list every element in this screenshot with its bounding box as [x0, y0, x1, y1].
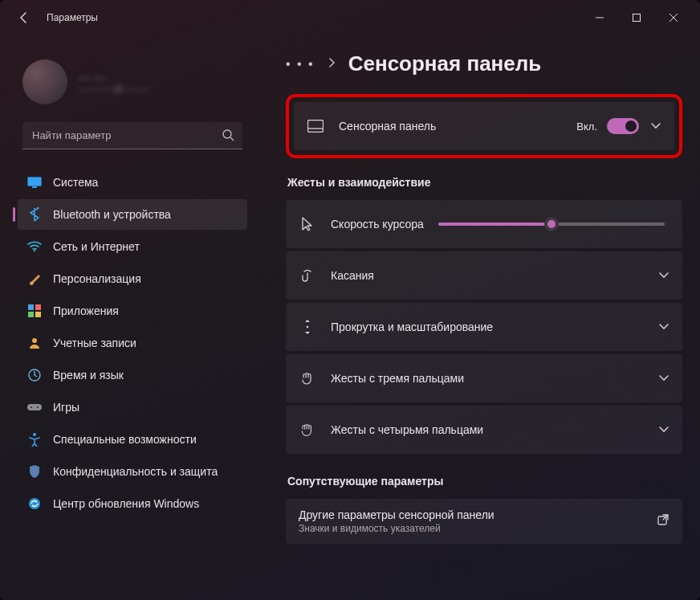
tile-four-finger[interactable]: Жесты с четырьмя пальцами	[286, 406, 682, 454]
tile-scroll-zoom[interactable]: Прокрутка и масштабирование	[286, 303, 682, 351]
chevron-down-icon	[658, 371, 669, 386]
settings-window: Параметры — — ————@———	[0, 0, 700, 600]
tile-label: Жесты с тремя пальцами	[331, 372, 464, 385]
brush-icon	[27, 271, 42, 286]
sidebar-item-gaming[interactable]: Игры	[18, 392, 247, 422]
minimize-button[interactable]	[581, 5, 618, 31]
search-input[interactable]	[22, 122, 242, 149]
open-external-icon	[657, 513, 669, 529]
tile-cursor-speed[interactable]: Скорость курсора	[286, 200, 682, 248]
chevron-down-icon	[650, 119, 661, 133]
slider-track	[438, 222, 665, 226]
tile-three-finger[interactable]: Жесты с тремя пальцами	[286, 354, 682, 402]
sidebar-item-apps[interactable]: Приложения	[18, 296, 247, 326]
related-title: Другие параметры сенсорной панели	[299, 508, 494, 521]
svg-point-14	[31, 406, 32, 408]
sidebar-item-label: Учетные записи	[53, 337, 136, 349]
svg-rect-7	[28, 304, 34, 310]
chevron-down-icon	[658, 422, 669, 437]
svg-point-6	[34, 250, 35, 251]
sidebar-item-label: Специальные возможности	[53, 433, 197, 446]
monitor-icon	[27, 175, 42, 190]
sidebar-item-label: Приложения	[53, 304, 119, 317]
bluetooth-icon	[27, 207, 42, 222]
sidebar-item-label: Конфиденциальность и защита	[53, 465, 218, 478]
nav-list: Система Bluetooth и устройства Сеть и Ин…	[18, 167, 247, 519]
sidebar-item-bluetooth-devices[interactable]: Bluetooth и устройства	[18, 199, 247, 230]
svg-rect-5	[32, 186, 37, 188]
related-subtitle: Значки и видимость указателей	[299, 523, 494, 534]
section-title-gestures: Жесты и взаимодействие	[287, 176, 682, 189]
section-title-related: Сопутствующие параметры	[287, 475, 682, 488]
back-button[interactable]	[13, 6, 35, 29]
tap-icon	[299, 268, 316, 283]
breadcrumb: • • • Сенсорная панель	[286, 51, 682, 76]
svg-point-2	[223, 130, 231, 138]
close-button[interactable]	[655, 5, 692, 31]
user-account-row[interactable]: — — ————@———	[22, 59, 242, 104]
sidebar-item-label: Игры	[53, 401, 79, 414]
main-panel: • • • Сенсорная панель Сенсорная панель …	[257, 35, 700, 600]
svg-line-3	[230, 137, 234, 141]
sidebar-item-network[interactable]: Сеть и Интернет	[18, 231, 247, 262]
gesture-tiles-group: Скорость курсора Касания	[286, 200, 682, 454]
scroll-icon	[299, 319, 316, 335]
user-email: ————@———	[79, 84, 149, 93]
sidebar-item-label: Центр обновления Windows	[53, 497, 199, 510]
minimize-icon	[595, 13, 604, 22]
cursor-speed-slider[interactable]	[438, 222, 665, 226]
svg-point-11	[32, 338, 37, 343]
avatar	[22, 59, 67, 104]
close-icon	[669, 13, 678, 22]
search-wrap	[22, 122, 242, 149]
svg-rect-13	[27, 404, 42, 410]
toggle-state-label: Вкл.	[576, 120, 597, 133]
sidebar-item-label: Bluetooth и устройства	[53, 208, 171, 221]
sidebar-item-windows-update[interactable]: Центр обновления Windows	[18, 488, 247, 519]
touchpad-toggle[interactable]	[607, 118, 639, 134]
update-icon	[27, 496, 42, 511]
maximize-icon	[632, 13, 641, 22]
tile-label: Сенсорная панель	[339, 120, 436, 133]
apps-icon	[27, 304, 42, 318]
sidebar-item-personalization[interactable]: Персонализация	[18, 263, 247, 294]
page-title: Сенсорная панель	[348, 51, 542, 76]
tile-taps[interactable]: Касания	[286, 251, 682, 300]
svg-point-17	[29, 498, 40, 509]
arrow-left-icon	[18, 11, 31, 24]
svg-point-15	[37, 406, 39, 408]
svg-rect-10	[35, 312, 41, 317]
tile-label: Прокрутка и масштабирование	[331, 320, 493, 333]
user-name: — —	[79, 71, 149, 84]
maximize-button[interactable]	[618, 5, 655, 31]
tile-label: Жесты с четырьмя пальцами	[331, 423, 483, 436]
sidebar-item-privacy[interactable]: Конфиденциальность и защита	[18, 456, 247, 487]
sidebar-item-accounts[interactable]: Учетные записи	[18, 328, 247, 358]
sidebar-item-system[interactable]: Система	[18, 167, 247, 198]
user-info: — — ————@———	[79, 71, 149, 93]
touchpad-icon	[307, 120, 324, 133]
touchpad-master-tile[interactable]: Сенсорная панель Вкл.	[294, 102, 674, 150]
related-text: Другие параметры сенсорной панели Значки…	[299, 508, 494, 534]
chevron-down-icon	[658, 320, 669, 334]
svg-rect-18	[308, 120, 324, 133]
annotation-highlight: Сенсорная панель Вкл.	[286, 94, 682, 158]
gamepad-icon	[27, 400, 42, 414]
sidebar-item-time-language[interactable]: Время и язык	[18, 360, 247, 390]
accessibility-icon	[27, 432, 42, 447]
sidebar-item-accessibility[interactable]: Специальные возможности	[18, 424, 247, 455]
svg-rect-9	[28, 312, 34, 317]
tile-related-more-settings[interactable]: Другие параметры сенсорной панели Значки…	[286, 499, 682, 544]
shield-icon	[27, 464, 42, 479]
svg-rect-1	[633, 14, 641, 22]
svg-point-16	[33, 433, 36, 436]
sidebar-item-label: Персонализация	[53, 272, 141, 285]
slider-thumb[interactable]	[544, 217, 559, 231]
tile-label: Касания	[331, 269, 374, 282]
tile-label: Скорость курсора	[331, 218, 424, 231]
breadcrumb-ellipsis[interactable]: • • •	[286, 57, 315, 71]
sidebar-item-label: Система	[53, 176, 98, 189]
svg-rect-8	[35, 304, 41, 310]
person-icon	[27, 336, 42, 350]
wifi-icon	[27, 239, 42, 254]
